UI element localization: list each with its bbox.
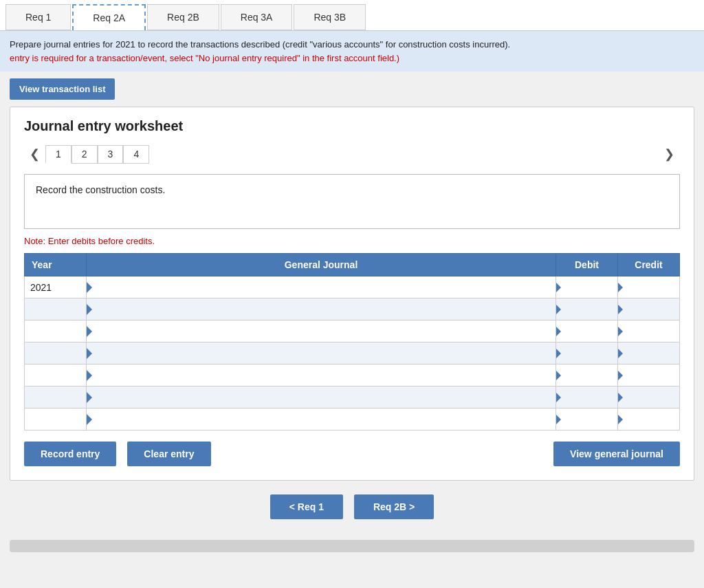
clear-entry-button[interactable]: Clear entry <box>127 442 210 466</box>
gj-input[interactable] <box>87 386 556 408</box>
note-text: Note: Enter debits before credits. <box>24 236 680 246</box>
credit-input-cell[interactable] <box>618 320 680 342</box>
credit-input-cell[interactable] <box>618 364 680 386</box>
tab-req1[interactable]: Req 1 <box>6 4 71 30</box>
entry-nav: ❮ 1 2 3 4 ❯ <box>24 144 680 164</box>
view-general-journal-button[interactable]: View general journal <box>553 442 680 466</box>
credit-input[interactable] <box>618 364 679 386</box>
nav-prev-arrow[interactable]: ❮ <box>24 144 45 164</box>
entry-tab-2[interactable]: 2 <box>72 145 98 164</box>
table-row <box>25 409 680 431</box>
debit-input-cell[interactable] <box>556 386 618 409</box>
entry-tab-4[interactable]: 4 <box>123 145 149 164</box>
credit-input[interactable] <box>618 386 679 408</box>
debit-input[interactable] <box>556 342 617 364</box>
credit-input-cell[interactable] <box>618 342 680 364</box>
gj-input[interactable] <box>87 276 556 298</box>
debit-input-cell[interactable] <box>556 298 618 320</box>
table-row <box>25 320 680 342</box>
nav-next-arrow[interactable]: ❯ <box>659 144 680 164</box>
gj-input[interactable] <box>87 409 556 430</box>
debit-input-cell[interactable] <box>556 342 618 364</box>
scrollbar[interactable] <box>10 540 694 552</box>
gj-input-cell[interactable] <box>87 386 556 409</box>
table-row <box>25 364 680 386</box>
credit-input[interactable] <box>618 409 679 430</box>
view-transaction-button[interactable]: View transaction list <box>10 78 115 100</box>
gj-input-cell[interactable] <box>87 298 556 320</box>
debit-input-cell[interactable] <box>556 320 618 342</box>
journal-table: Year General Journal Debit Credit 2021 <box>24 253 680 431</box>
table-row <box>25 298 680 320</box>
bottom-nav: < Req 1 Req 2B > <box>0 494 704 519</box>
gj-input-cell[interactable] <box>87 276 556 298</box>
gj-input[interactable] <box>87 298 556 320</box>
debit-input[interactable] <box>556 320 617 342</box>
action-buttons: Record entry Clear entry View general jo… <box>24 442 680 466</box>
instruction-red: entry is required for a transaction/even… <box>10 53 399 63</box>
credit-input[interactable] <box>618 342 679 364</box>
gj-input-cell[interactable] <box>87 364 556 386</box>
gj-input-cell[interactable] <box>87 342 556 364</box>
credit-input-cell[interactable] <box>618 409 680 431</box>
credit-input[interactable] <box>618 298 679 320</box>
prev-nav-button[interactable]: < Req 1 <box>270 494 343 519</box>
table-row <box>25 342 680 364</box>
tab-req2b[interactable]: Req 2B <box>147 4 219 30</box>
tab-req2a[interactable]: Req 2A <box>72 4 146 30</box>
instruction-main: Prepare journal entries for 2021 to reco… <box>10 39 510 50</box>
gj-input[interactable] <box>87 342 556 364</box>
journal-entry-worksheet: Journal entry worksheet ❮ 1 2 3 4 ❯ Reco… <box>10 107 694 481</box>
debit-input[interactable] <box>556 276 617 298</box>
worksheet-title: Journal entry worksheet <box>24 118 680 134</box>
credit-input-cell[interactable] <box>618 298 680 320</box>
tabs-bar: Req 1 Req 2A Req 2B Req 3A Req 3B <box>0 0 704 31</box>
col-credit: Credit <box>618 254 680 276</box>
entry-tab-3[interactable]: 3 <box>98 145 124 164</box>
credit-input-cell[interactable] <box>618 276 680 298</box>
credit-input[interactable] <box>618 276 679 298</box>
debit-input-cell[interactable] <box>556 276 618 298</box>
debit-input[interactable] <box>556 298 617 320</box>
col-year: Year <box>25 254 87 276</box>
tab-req3b[interactable]: Req 3B <box>294 4 366 30</box>
tab-req3a[interactable]: Req 3A <box>221 4 293 30</box>
entry-tab-1[interactable]: 1 <box>45 145 72 164</box>
col-general-journal: General Journal <box>87 254 556 276</box>
debit-input[interactable] <box>556 386 617 408</box>
debit-input-cell[interactable] <box>556 364 618 386</box>
description-box: Record the construction costs. <box>24 174 680 229</box>
instruction-banner: Prepare journal entries for 2021 to reco… <box>0 31 704 72</box>
record-entry-button[interactable]: Record entry <box>24 442 116 466</box>
debit-input[interactable] <box>556 364 617 386</box>
description-text: Record the construction costs. <box>36 184 165 195</box>
next-nav-button[interactable]: Req 2B > <box>354 494 434 519</box>
table-row <box>25 386 680 409</box>
table-row: 2021 <box>25 276 680 298</box>
debit-input[interactable] <box>556 409 617 430</box>
gj-input-cell[interactable] <box>87 409 556 431</box>
credit-input-cell[interactable] <box>618 386 680 409</box>
debit-input-cell[interactable] <box>556 409 618 431</box>
col-debit: Debit <box>556 254 618 276</box>
credit-input[interactable] <box>618 320 679 342</box>
entry-tabs: 1 2 3 4 <box>45 145 149 164</box>
gj-input-cell[interactable] <box>87 320 556 342</box>
gj-input[interactable] <box>87 364 556 386</box>
gj-input[interactable] <box>87 320 556 342</box>
